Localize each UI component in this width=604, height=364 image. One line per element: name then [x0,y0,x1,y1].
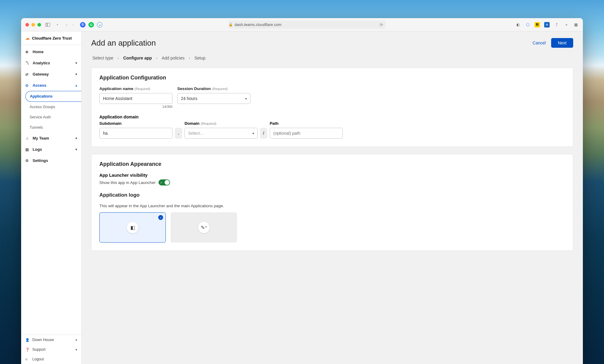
sidebar-item-my-team[interactable]: ⛬ My Team ▾ [21,133,81,144]
app-config-card: Application Configuration Application na… [91,68,573,147]
visibility-toggle[interactable]: ✓ [159,179,170,185]
sidebar-item-home[interactable]: ⊕ Home [21,46,81,57]
caret-down-icon: ▾ [76,148,77,151]
brand-text: Cloudflare Zero Trust [32,36,72,40]
extension-r-icon[interactable]: R [535,22,540,27]
logo-option-default[interactable]: ✓ ◧ [99,212,166,243]
logo-option-custom[interactable]: ✎⁺ [171,212,237,243]
sidebar-item-logs[interactable]: ▤ Logs ▾ [21,144,81,155]
shield-icon[interactable]: ◐ [515,22,521,27]
page-title: Add an application [91,38,156,48]
visibility-label: App Launcher visibility [99,173,565,178]
slash-separator: / [260,128,267,139]
access-submenu: Applications Access Groups Service Auth … [21,91,81,133]
caret-down-icon: ▾ [76,72,77,76]
domain-select[interactable]: Select... ▾ [185,128,258,139]
sub-item-tunnels[interactable]: Tunnels [21,122,81,133]
browser-toolbar: ▾ ‹ › ① G ⌄ 🔒 dash.teams.cloudflare.com … [21,18,583,31]
url-text: dash.teams.cloudflare.com [235,22,281,27]
sidebar-item-settings[interactable]: ⚙ Settings [21,155,81,166]
caret-down-icon: ▾ [76,61,77,65]
cube-icon[interactable]: ⬡ [525,22,530,27]
nav: ⊕ Home 〽 Analytics ▾ ⇄ Gateway ▾ ⊙ Acces… [21,45,81,335]
default-logo-icon: ◧ [127,222,138,233]
subdomain-label: Subdomain [99,121,172,126]
new-tab-icon[interactable]: ＋ [564,22,569,27]
sidebar-toggle-button[interactable] [45,22,51,28]
gateway-icon: ⇄ [25,72,30,76]
sub-item-applications[interactable]: Applications [25,91,81,102]
caret-down-icon: ▾ [76,137,77,140]
sidebar-item-analytics[interactable]: 〽 Analytics ▾ [21,57,81,69]
selected-check-icon: ✓ [158,215,163,220]
appearance-heading: Application Appearance [99,161,565,167]
analytics-icon: 〽 [25,61,30,65]
user-icon: 👤 [25,338,29,342]
window-controls [25,23,41,27]
extension-icon[interactable]: ⌄ [97,22,102,27]
caret-down-icon: ▾ [76,348,77,351]
app: ☁ Cloudflare Zero Trust ⊕ Home 〽 Analyti… [21,31,583,364]
logo-heading: Application logo [99,192,565,198]
lock-icon: 🔒 [229,23,233,27]
dot-separator: . [175,128,182,139]
caret-up-icon: ▴ [76,84,77,87]
session-duration-label: Session Duration(Required) [177,86,250,91]
help-icon: ❓ [25,348,29,352]
sub-item-access-groups[interactable]: Access Groups [21,102,81,112]
chevron-down-icon: ▾ [245,97,247,100]
chevron-down-icon: ▾ [252,132,254,135]
brand[interactable]: ☁ Cloudflare Zero Trust [21,31,81,45]
back-button[interactable]: ‹ [66,22,68,28]
sub-item-service-auth[interactable]: Service Auth [21,112,81,122]
globe-icon: ⊕ [25,50,30,54]
url-bar[interactable]: 🔒 dash.teams.cloudflare.com ⟳ [229,21,386,29]
gear-icon: ⚙ [25,159,30,163]
app-domain-heading: Application domain [99,114,565,119]
logout-link[interactable]: ⎋ Logout [21,354,81,364]
maximize-window[interactable] [37,23,41,27]
chevron-down-icon[interactable]: ▾ [54,22,60,28]
sidebar-item-access[interactable]: ⊙ Access ▴ [21,80,81,91]
domain-label: Domain(Required) [185,121,258,126]
share-icon[interactable]: ⤴ [554,22,559,27]
crumb-setup: Setup [194,56,206,60]
app-name-input[interactable] [99,93,172,104]
sidebar: ☁ Cloudflare Zero Trust ⊕ Home 〽 Analyti… [21,31,82,364]
app-name-label: Application name(Required) [99,86,172,91]
custom-logo-icon: ✎⁺ [198,222,210,233]
visibility-desc: Show this app in App Launcher [99,180,156,185]
cloudflare-logo-icon: ☁ [25,36,30,40]
refresh-icon[interactable]: ⟳ [380,22,383,27]
logout-icon: ⎋ [25,357,29,361]
check-icon: ✓ [160,181,162,184]
next-button[interactable]: Next [551,38,573,48]
app-appearance-card: Application Appearance App Launcher visi… [91,154,573,251]
page-header: Add an application Cancel Next [91,38,573,48]
access-icon: ⊙ [25,83,30,88]
crumb-select-type[interactable]: Select type [92,56,113,60]
session-duration-select[interactable]: 24 hours ▾ [177,93,250,104]
path-input[interactable] [270,128,343,139]
tabs-icon[interactable]: ▦ [573,22,579,27]
subdomain-input[interactable] [99,128,172,139]
sidebar-item-gateway[interactable]: ⇄ Gateway ▾ [21,69,81,80]
logs-icon: ▤ [25,147,30,152]
main-content: Add an application Cancel Next Select ty… [82,31,583,364]
forward-button[interactable]: › [72,22,74,28]
extension-icon[interactable]: ① [80,22,85,27]
path-label: Path [270,121,343,126]
support-link[interactable]: ❓ Support ▾ [21,345,81,354]
minimize-window[interactable] [31,23,35,27]
extension-icon[interactable]: ≡ [544,22,550,27]
account-switcher[interactable]: 👤 Down House ▾ [21,335,81,345]
logo-desc: This will appear in the App Launcher and… [99,204,565,208]
breadcrumb: Select type › Configure app › Add polici… [91,56,573,60]
team-icon: ⛬ [25,136,30,140]
caret-down-icon: ▾ [76,338,77,342]
cancel-button[interactable]: Cancel [533,40,546,45]
extension-icon[interactable]: G [88,22,94,27]
crumb-add-policies: Add policies [162,56,185,60]
close-window[interactable] [25,23,29,27]
crumb-configure-app: Configure app [123,56,152,60]
